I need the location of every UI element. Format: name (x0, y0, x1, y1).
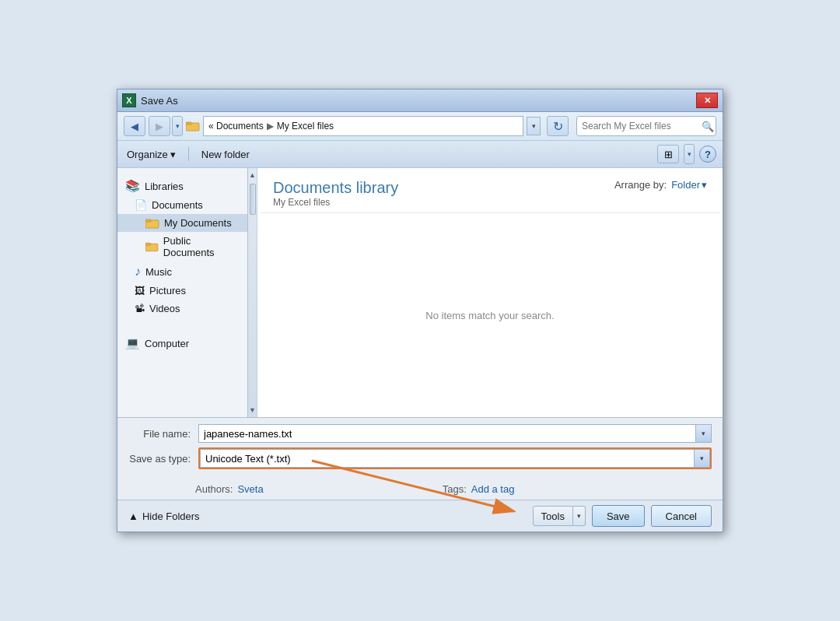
svg-rect-5 (145, 243, 151, 245)
arrange-chevron-icon: ▾ (702, 179, 707, 191)
file-name-input[interactable] (198, 424, 696, 443)
breadcrumb: « Documents ▶ My Excel files (208, 121, 334, 132)
authors-item: Authors: Sveta (195, 483, 264, 495)
scroll-down-arrow[interactable]: ▼ (247, 405, 257, 416)
save-type-dropdown[interactable]: ▾ (695, 449, 710, 468)
tools-dropdown[interactable]: ▾ (573, 506, 586, 526)
file-name-dropdown[interactable]: ▾ (696, 424, 712, 443)
sidebar-item-my-documents[interactable]: My Documents (117, 214, 247, 232)
main-area: 📚 Libraries 📄 Documents My Documents (117, 168, 723, 417)
view-icons-button[interactable]: ⊞ (657, 145, 679, 163)
breadcrumb-folder: My Excel files (277, 121, 334, 132)
authors-value[interactable]: Sveta (237, 483, 263, 495)
file-name-row: File name: ▾ (128, 424, 712, 443)
excel-icon: X (122, 93, 136, 107)
bottom-area: File name: ▾ Save as type: ▾ (117, 417, 723, 480)
sidebar-spacer (117, 318, 247, 333)
meta-row: Authors: Sveta Tags: Add a tag (117, 480, 723, 500)
title-bar: X Save As ✕ (117, 89, 723, 112)
pictures-icon: 🖼 (135, 285, 145, 296)
sidebar-item-music[interactable]: ♪ Music (117, 261, 247, 282)
address-bar[interactable]: « Documents ▶ My Excel files (203, 116, 523, 136)
svg-rect-1 (186, 122, 191, 125)
svg-rect-3 (145, 219, 151, 222)
back-button[interactable]: ◀ (124, 116, 145, 136)
library-subtitle: My Excel files (273, 197, 398, 208)
new-folder-button[interactable]: New folder (198, 147, 253, 162)
documents-icon: 📄 (135, 199, 147, 211)
search-input[interactable] (582, 121, 698, 132)
address-dropdown[interactable]: ▾ (527, 117, 541, 135)
library-title: Documents library (273, 179, 398, 197)
save-button[interactable]: Save (592, 505, 645, 527)
organize-button[interactable]: Organize ▾ (124, 147, 179, 162)
scroll-up-arrow[interactable]: ▲ (247, 170, 257, 181)
save-type-row: Save as type: ▾ (128, 447, 712, 469)
tags-value[interactable]: Add a tag (471, 483, 515, 495)
view-icon: ⊞ (664, 149, 673, 160)
arrange-by-label: Arrange by: (614, 179, 667, 191)
toolbar-right: ⊞ ▾ ? (657, 144, 716, 164)
sidebar-item-documents[interactable]: 📄 Documents (117, 196, 247, 214)
my-documents-folder-icon (145, 218, 159, 229)
sidebar-container: 📚 Libraries 📄 Documents My Documents (117, 168, 257, 417)
help-button[interactable]: ? (699, 146, 716, 163)
sidebar-item-computer[interactable]: 💻 Computer (117, 333, 247, 353)
tools-wrap: Tools ▾ (533, 506, 586, 526)
save-type-label: Save as type: (128, 453, 198, 465)
title-left: X Save As (122, 93, 178, 107)
sidebar-item-public-documents[interactable]: Public Documents (117, 232, 247, 261)
save-type-highlight-box: ▾ (198, 447, 712, 469)
close-button[interactable]: ✕ (696, 93, 718, 108)
view-dropdown[interactable]: ▾ (684, 144, 695, 164)
forward-button[interactable]: ▶ (149, 116, 170, 136)
videos-icon: 📽 (135, 303, 145, 314)
scroll-thumb[interactable] (250, 184, 256, 215)
sidebar-item-videos[interactable]: 📽 Videos (117, 300, 247, 318)
library-title-block: Documents library My Excel files (273, 179, 398, 208)
tools-button[interactable]: Tools (533, 506, 573, 526)
save-as-dialog: X Save As ✕ ◀ ▶ ▾ « Documents ▶ My Excel… (117, 89, 723, 532)
nav-history-dropdown[interactable]: ▾ (172, 116, 183, 136)
tags-item: Tags: Add a tag (443, 483, 515, 495)
sidebar-item-libraries[interactable]: 📚 Libraries (117, 176, 247, 196)
breadcrumb-documents: « Documents (208, 121, 264, 132)
search-icon: 🔍 (702, 121, 714, 132)
authors-label: Authors: (195, 483, 233, 495)
toolbar-separator (188, 147, 189, 161)
footer-right: Tools ▾ Save Cancel (533, 505, 712, 527)
sidebar-scrollbar[interactable]: ▲ ▼ (247, 168, 257, 417)
file-area-header: Documents library My Excel files Arrange… (257, 168, 723, 212)
file-area: Documents library My Excel files Arrange… (257, 168, 723, 417)
empty-message: No items match your search. (425, 310, 554, 321)
sidebar: 📚 Libraries 📄 Documents My Documents (117, 168, 247, 417)
file-list-area: No items match your search. (261, 212, 719, 417)
public-documents-folder-icon (145, 241, 159, 252)
nav-bar: ◀ ▶ ▾ « Documents ▶ My Excel files ▾ ↻ 🔍 (117, 112, 723, 141)
music-icon: ♪ (135, 265, 141, 279)
toolbar: Organize ▾ New folder ⊞ ▾ ? (117, 141, 723, 168)
dialog-title: Save As (141, 95, 178, 107)
refresh-button[interactable]: ↻ (547, 116, 569, 136)
arrange-by: Arrange by: Folder ▾ (614, 179, 707, 191)
libraries-icon: 📚 (125, 179, 140, 193)
arrange-dropdown[interactable]: Folder ▾ (671, 179, 707, 191)
save-type-input[interactable] (200, 449, 695, 468)
hide-folders-icon: ▲ (128, 510, 138, 522)
hide-folders-button[interactable]: ▲ Hide Folders (128, 510, 200, 522)
file-name-label: File name: (128, 428, 198, 440)
tags-label: Tags: (443, 483, 467, 495)
folder-nav-icon (186, 121, 200, 132)
footer-area: ▲ Hide Folders Tools ▾ Save Cancel (117, 500, 723, 532)
cancel-button[interactable]: Cancel (651, 505, 712, 527)
search-box: 🔍 (576, 116, 716, 136)
computer-icon: 💻 (125, 336, 140, 350)
organize-dropdown-icon: ▾ (170, 149, 176, 160)
sidebar-item-pictures[interactable]: 🖼 Pictures (117, 282, 247, 300)
file-name-input-wrap: ▾ (198, 424, 712, 443)
